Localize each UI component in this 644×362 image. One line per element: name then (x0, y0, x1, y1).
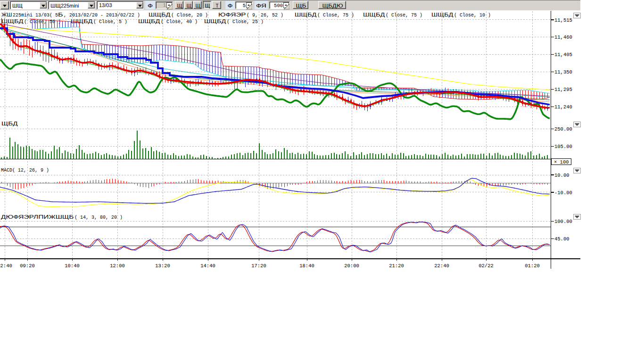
svg-text:01:20: 01:20 (525, 263, 540, 269)
svg-text:ШЩБД: ШЩБД (431, 12, 454, 17)
svg-text:Щ: Щ (177, 3, 182, 8)
svg-text:17:20: 17:20 (251, 263, 266, 269)
svg-text:ФЯ: ФЯ (256, 3, 266, 8)
svg-text:ЩБ: ЩБ (296, 3, 306, 8)
svg-text:ЩБД: ЩБД (1, 121, 18, 126)
svg-text:09:20: 09:20 (20, 263, 35, 269)
svg-text:( 14, 3, 80, 20 ): ( 14, 3, 80, 20 ) (74, 214, 123, 220)
svg-text:ЩБДЮ: ЩБДЮ (322, 3, 343, 8)
svg-text:ШЩ: ШЩ (50, 3, 61, 8)
svg-text:10.00: 10.00 (554, 173, 570, 178)
svg-text:ЖШ: ЖШ (1, 12, 12, 17)
svg-text:ДЮФЯЭРЛПИЖШЩБ: ДЮФЯЭРЛПИЖШЩБ (1, 214, 74, 220)
svg-text:14:40: 14:40 (200, 263, 215, 269)
svg-text:Щ: Щ (186, 3, 191, 8)
svg-text:105.00: 105.00 (554, 144, 572, 149)
svg-text:225mini: 225mini (61, 3, 79, 8)
svg-text:11,295: 11,295 (554, 87, 572, 92)
svg-text:11,405: 11,405 (554, 52, 572, 58)
svg-text:ШЩБД: ШЩБД (138, 18, 160, 24)
svg-text:11,240: 11,240 (554, 104, 572, 110)
svg-text:10:40: 10:40 (65, 263, 80, 269)
svg-text:250.00: 250.00 (554, 126, 572, 132)
svg-text:ШЩБД: ШЩБД (363, 12, 385, 17)
svg-text:MACD( 12, 26, 9 ): MACD( 12, 26, 9 ) (1, 167, 49, 173)
svg-text:22:40: 22:40 (434, 263, 449, 269)
svg-text:11,350: 11,350 (554, 69, 572, 75)
svg-text:× 100: × 100 (554, 159, 569, 165)
svg-text:Ф: Ф (148, 3, 153, 8)
svg-text:( Close, 40 ): ( Close, 40 ) (161, 19, 198, 25)
svg-text:T: T (216, 3, 219, 8)
svg-text:ШЩБД: ШЩБД (1, 18, 24, 24)
svg-text:ШЩ: ШЩ (12, 3, 23, 8)
svg-text:( 9, 26, 52 ): ( 9, 26, 52 ) (247, 12, 283, 18)
svg-text:( Close, 75 ): ( Close, 75 ) (317, 12, 354, 18)
svg-text:( Close, 75 ): ( Close, 75 ) (386, 12, 422, 18)
svg-text:225mini 13/03( 5: 225mini 13/03( 5 (13, 12, 58, 18)
svg-text:( Close, 5 ): ( Close, 5 ) (93, 19, 127, 25)
svg-text:-10.00: -10.00 (554, 190, 572, 196)
svg-text:Б: Б (58, 12, 63, 17)
svg-text:20:00: 20:00 (344, 263, 359, 269)
svg-text:45.00: 45.00 (554, 236, 570, 242)
svg-text:ШЩБД: ШЩБД (204, 18, 226, 24)
svg-text:( Close, 25 ): ( Close, 25 ) (227, 19, 264, 25)
svg-text:( Close, 20 ): ( Close, 20 ) (171, 12, 208, 18)
svg-text:02:40: 02:40 (0, 263, 12, 269)
svg-text:11,460: 11,460 (554, 34, 572, 40)
svg-text:ШЩБД: ШЩБД (71, 18, 93, 24)
svg-text:13:20: 13:20 (155, 263, 170, 269)
svg-text:Ф: Ф (228, 3, 233, 8)
svg-text:12:00: 12:00 (110, 263, 125, 269)
svg-text:100.00: 100.00 (554, 219, 572, 224)
svg-text:11,515: 11,515 (554, 17, 572, 23)
svg-text:, 2013/02/20 - 2013/02/22 ): , 2013/02/20 - 2013/02/22 ) (64, 12, 140, 18)
svg-text:21:20: 21:20 (389, 263, 404, 269)
svg-text:Щ: Щ (196, 3, 201, 8)
svg-text:ЮФЯЭР: ЮФЯЭР (218, 12, 246, 17)
svg-text:02/22: 02/22 (479, 263, 494, 269)
svg-text:Щ: Щ (205, 3, 210, 8)
svg-text:18:40: 18:40 (299, 263, 314, 269)
svg-text:( Close, 10 ): ( Close, 10 ) (454, 12, 491, 18)
svg-text:ШЩБД: ШЩБД (295, 12, 317, 17)
svg-text:ШЩБД: ШЩБД (149, 12, 171, 17)
